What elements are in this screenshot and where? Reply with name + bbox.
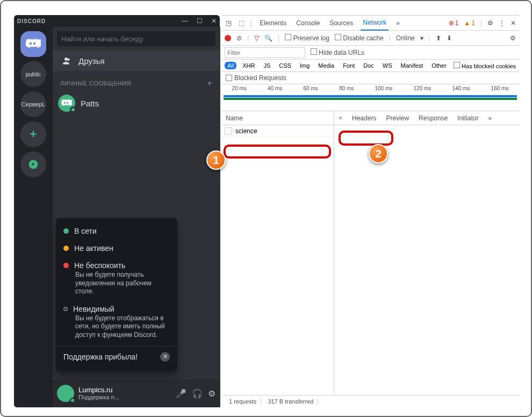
error-count: 1 [455,19,459,27]
timeline-bar [224,95,517,97]
filter-js[interactable]: JS [261,62,273,69]
discord-icon [26,38,41,50]
status-idle-label: Не активен [74,244,113,253]
callout-2-label: 2 [375,148,381,160]
name-column-header[interactable]: Name [221,111,334,125]
detail-tabs: × Headers Preview Response Initiator » [334,111,519,125]
dm-header: ЛИЧНЫЕ СООБЩЕНИЯ + [53,71,220,91]
tabs-more-icon[interactable]: » [488,114,492,122]
clear-status-icon[interactable]: ✕ [160,352,170,362]
preserve-log-label: Preserve log [293,34,329,42]
tab-elements[interactable]: Elements [257,19,289,27]
filter-css[interactable]: CSS [276,62,294,69]
preserve-log-checkbox[interactable]: Preserve log [285,34,329,42]
discord-icon [61,99,72,107]
home-button[interactable] [20,31,46,57]
dm-header-label: ЛИЧНЫЕ СООБЩЕНИЯ [60,80,131,87]
maximize-icon[interactable]: ☐ [197,17,203,25]
add-server-button[interactable]: + [20,121,46,147]
server-l[interactable]: СерверL [20,91,46,117]
inspect-icon[interactable]: ◳ [225,19,232,27]
clear-icon[interactable]: ⊘ [236,34,242,42]
filter-input[interactable] [225,47,305,58]
filter-all[interactable]: All [225,62,236,69]
has-blocked-checkbox[interactable]: Has blocked cookies [454,62,516,69]
request-row[interactable]: science [221,125,334,137]
throttle-select[interactable]: Online [396,34,415,42]
download-icon[interactable]: ⬇ [447,34,452,42]
user-sub: Поддержка п... [78,394,171,400]
tab-headers[interactable]: Headers [352,114,376,122]
gear-icon[interactable]: ⚙ [510,34,516,42]
gear-icon[interactable]: ⚙ [208,389,215,399]
tab-console[interactable]: Console [294,19,322,27]
tick: 160 ms [491,85,509,91]
filter-xhr[interactable]: XHR [240,62,257,69]
tick: 20 ms [232,85,247,91]
server-public[interactable]: public [20,61,46,87]
headphones-icon[interactable]: 🎧 [192,389,203,399]
mic-icon[interactable]: 🎤 [176,389,186,399]
request-name: science [235,127,257,135]
upload-icon[interactable]: ⬆ [436,34,441,42]
status-custom[interactable]: Поддержка прибыла! ✕ [56,346,177,367]
filter-font[interactable]: Font [340,62,357,69]
gear-icon[interactable]: ⚙ [487,19,493,27]
menu-icon[interactable]: ⋮ [499,19,505,27]
timeline-ticks: 20 ms 40 ms 60 ms 80 ms 100 ms 120 ms 14… [221,84,519,91]
tab-preview[interactable]: Preview [386,114,409,122]
close-icon[interactable]: ✕ [511,19,516,27]
warning-badge[interactable]: ▲1 [464,19,475,27]
callout-1-label: 1 [213,154,219,167]
user-name: Lumpics.ru [78,386,171,394]
status-dot-icon [70,106,76,113]
status-dnd[interactable]: Не беспокоить Вы не будете получать увед… [56,257,177,300]
device-icon[interactable]: ⬚ [238,19,245,27]
filter-manifest[interactable]: Manifest [398,62,426,69]
filter-media[interactable]: Media [315,62,337,69]
close-detail-icon[interactable]: × [339,114,342,122]
hide-data-urls-checkbox[interactable]: Hide data URLs [311,48,364,56]
callout-1: 1 [206,150,226,170]
dm-contact[interactable]: Patts [53,91,220,115]
filter-icon[interactable]: ▽ [254,34,259,42]
timeline[interactable]: 20 ms 40 ms 60 ms 80 ms 100 ms 120 ms 14… [221,84,519,111]
status-dot-icon [70,398,75,403]
discord-window: DISCORD — ☐ ✕ public СерверL + Найти или… [14,15,220,407]
tab-network[interactable]: Network [361,16,389,31]
error-badge[interactable]: ⊗1 [449,19,459,27]
tab-response[interactable]: Response [419,114,448,122]
explore-button[interactable] [20,152,46,177]
callout-2: 2 [369,144,388,163]
status-idle[interactable]: Не активен [56,240,177,257]
filter-ws[interactable]: WS [380,62,395,69]
status-invisible[interactable]: Невидимый Вы не будете отображаться в се… [56,300,177,344]
add-dm-icon[interactable]: + [207,78,212,88]
tick: 140 ms [452,85,470,91]
status-online[interactable]: В сети [56,222,177,240]
dm-contact-name: Patts [81,99,99,108]
tabs-more-icon[interactable]: » [394,19,402,27]
chevron-down-icon[interactable]: ▾ [420,34,423,42]
user-avatar[interactable] [57,385,74,402]
status-bar: 1 requests 317 B transferred [221,396,519,407]
disable-cache-checkbox[interactable]: Disable cache [335,34,384,42]
friends-tab[interactable]: Друзья [53,51,220,71]
minimize-icon[interactable]: — [182,17,188,25]
tick: 120 ms [414,85,432,91]
tab-sources[interactable]: Sources [327,19,355,27]
friends-label: Друзья [78,56,105,66]
tab-initiator[interactable]: Initiator [457,114,478,122]
record-icon[interactable] [225,35,231,41]
blocked-req-label: Blocked Requests [234,74,286,82]
filter-other[interactable]: Other [429,62,449,69]
search-input[interactable]: Найти или начать беседу [57,31,215,46]
status-dnd-desc: Вы не будете получать уведомления на раб… [75,271,170,296]
filter-img[interactable]: Img [297,62,312,69]
search-icon[interactable]: 🔍 [264,34,272,42]
close-icon[interactable]: ✕ [211,17,217,25]
hide-urls-label: Hide data URLs [319,49,364,56]
filter-doc[interactable]: Doc [361,62,377,69]
dnd-dot-icon [63,263,69,268]
blocked-requests-checkbox[interactable]: Blocked Requests [221,72,519,84]
